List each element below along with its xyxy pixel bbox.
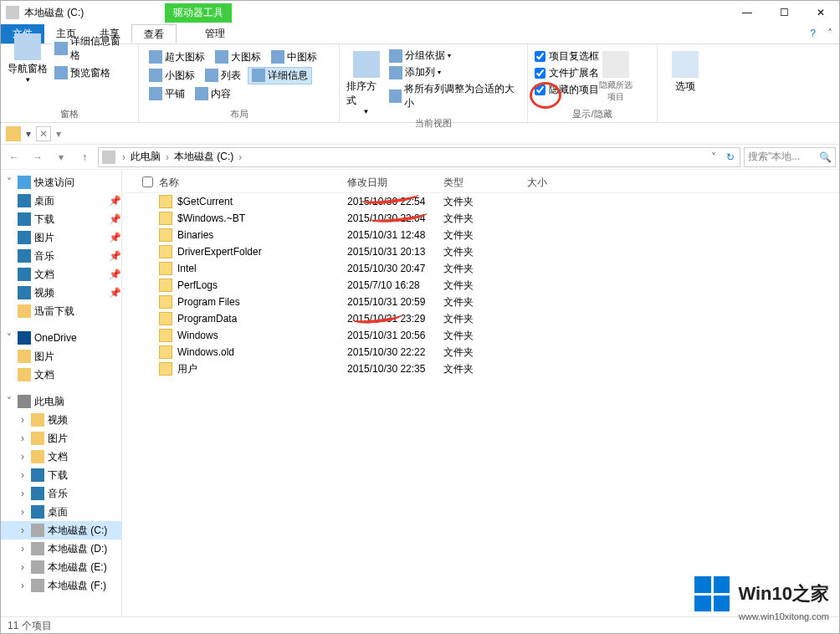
file-row[interactable]: Binaries2015/10/31 12:48文件夹 xyxy=(122,227,839,243)
file-row[interactable]: Program Files2015/10/31 20:59文件夹 xyxy=(122,294,839,310)
recent-button[interactable]: ▾ xyxy=(51,147,71,167)
tree-desktop[interactable]: 桌面📌 xyxy=(1,192,121,210)
file-name: $Windows.~BT xyxy=(177,212,347,224)
qat-dropdown-icon[interactable]: ▾ xyxy=(26,128,31,140)
tree-pc-downloads[interactable]: ›下载 xyxy=(1,466,121,484)
windows-logo-icon xyxy=(694,576,730,611)
breadcrumb[interactable]: › 此电脑 › 本地磁盘 (C:) › ˅ ↻ xyxy=(98,147,740,167)
nav-tree[interactable]: ˅快速访问 桌面📌 下载📌 图片📌 音乐📌 文档📌 视频📌 迅雷下载 ˅OneD… xyxy=(1,170,122,616)
file-date: 2015/10/31 20:59 xyxy=(347,296,443,308)
detail-pane-button[interactable]: 详细信息窗格 xyxy=(51,33,131,64)
layout-extra-large[interactable]: 超大图标 xyxy=(146,49,208,65)
file-date: 2015/10/30 22:54 xyxy=(347,196,443,207)
qat-overflow-icon[interactable]: ▾ xyxy=(56,128,61,140)
file-date: 2015/10/31 12:48 xyxy=(347,229,443,241)
file-row[interactable]: 用户2015/10/30 22:35文件夹 xyxy=(122,360,839,377)
tree-pc-docs[interactable]: ›文档 xyxy=(1,447,121,466)
file-date: 2015/10/31 20:56 xyxy=(347,330,443,341)
tree-drive-f[interactable]: ›本地磁盘 (F:) xyxy=(1,576,121,595)
tree-pictures[interactable]: 图片📌 xyxy=(1,228,121,247)
context-tab-drive-tools[interactable]: 驱动器工具 xyxy=(165,3,232,23)
hidden-items-toggle[interactable]: 隐藏的项目 xyxy=(535,81,599,98)
tree-quick-access[interactable]: 快速访问 xyxy=(34,176,74,190)
back-button[interactable]: ← xyxy=(4,147,24,167)
tree-od-pictures[interactable]: 图片 xyxy=(1,347,121,366)
layout-small[interactable]: 小图标 xyxy=(146,68,198,84)
close-button[interactable]: ✕ xyxy=(802,1,839,24)
file-type: 文件夹 xyxy=(443,245,527,259)
col-size[interactable]: 大小 xyxy=(527,176,594,190)
nav-pane-button[interactable]: 导航窗格▼ xyxy=(8,30,48,84)
folder-icon xyxy=(159,362,172,376)
folder-icon xyxy=(159,329,172,342)
folder-icon xyxy=(159,279,172,292)
sort-button[interactable]: 排序方式▼ xyxy=(346,48,386,115)
layout-large[interactable]: 大图标 xyxy=(212,49,264,65)
file-row[interactable]: $GetCurrent2015/10/30 22:54文件夹 xyxy=(122,193,839,210)
layout-list[interactable]: 列表 xyxy=(202,68,244,84)
file-row[interactable]: DriverExpertFolder2015/10/31 20:13文件夹 xyxy=(122,243,839,260)
layout-tiles[interactable]: 平铺 xyxy=(146,86,188,102)
up-button[interactable]: ↑ xyxy=(74,147,95,167)
close-icon[interactable]: ✕ xyxy=(36,126,51,141)
tab-view[interactable]: 查看 xyxy=(131,24,177,43)
file-date: 2015/10/30 22:35 xyxy=(347,363,443,375)
file-row[interactable]: $Windows.~BT2015/10/30 22:04文件夹 xyxy=(122,210,839,227)
autosize-columns-button[interactable]: 将所有列调整为合适的大小 xyxy=(386,81,520,111)
tree-xunlei[interactable]: 迅雷下载 xyxy=(1,302,121,320)
file-name: Windows.old xyxy=(177,346,347,358)
options-button[interactable]: 选项 xyxy=(664,48,706,94)
breadcrumb-thispc[interactable]: 此电脑 xyxy=(129,150,162,164)
refresh-button[interactable]: ↻ xyxy=(725,151,736,163)
column-headers[interactable]: 名称 修改日期 类型 大小 xyxy=(122,173,839,193)
tree-music[interactable]: 音乐📌 xyxy=(1,247,121,265)
minimize-button[interactable]: — xyxy=(729,1,766,24)
tree-pc-desktop[interactable]: ›桌面 xyxy=(1,503,121,521)
breadcrumb-drive[interactable]: 本地磁盘 (C:) xyxy=(172,150,235,164)
layout-details[interactable]: 详细信息 xyxy=(248,67,312,84)
file-type: 文件夹 xyxy=(443,329,527,343)
tree-downloads[interactable]: 下载📌 xyxy=(1,210,121,228)
file-name: Windows xyxy=(177,330,347,341)
tree-drive-e[interactable]: ›本地磁盘 (E:) xyxy=(1,558,121,576)
tree-thispc[interactable]: 此电脑 xyxy=(34,395,64,409)
help-button[interactable]: ? xyxy=(810,28,816,39)
tab-manage[interactable]: 管理 xyxy=(193,24,237,43)
folder-icon xyxy=(159,345,172,359)
breadcrumb-dropdown-icon[interactable]: ˅ xyxy=(709,151,718,163)
select-all-checkbox[interactable] xyxy=(142,176,153,187)
tree-onedrive[interactable]: OneDrive xyxy=(34,332,77,344)
hide-selected-button[interactable]: 隐藏所选项目 xyxy=(599,48,633,103)
collapse-ribbon-button[interactable]: ˄ xyxy=(827,28,832,39)
tree-videos[interactable]: 视频📌 xyxy=(1,284,121,302)
col-name[interactable]: 名称 xyxy=(159,176,347,190)
file-list[interactable]: 名称 修改日期 类型 大小 $GetCurrent2015/10/30 22:5… xyxy=(122,170,839,616)
tree-documents[interactable]: 文档📌 xyxy=(1,265,121,284)
layout-content[interactable]: 内容 xyxy=(192,86,234,102)
file-row[interactable]: Windows2015/10/31 20:56文件夹 xyxy=(122,327,839,344)
file-ext-toggle[interactable]: 文件扩展名 xyxy=(535,64,599,81)
tree-drive-d[interactable]: ›本地磁盘 (D:) xyxy=(1,539,121,558)
search-input[interactable]: 搜索"本地... 🔍 xyxy=(744,147,836,167)
status-count: 11 个项目 xyxy=(8,619,52,633)
file-row[interactable]: PerfLogs2015/7/10 16:28文件夹 xyxy=(122,277,839,294)
add-column-button[interactable]: 添加列▾ xyxy=(386,64,520,80)
group-by-button[interactable]: 分组依据▾ xyxy=(386,48,520,64)
preview-pane-button[interactable]: 预览窗格 xyxy=(51,65,131,81)
folder-icon xyxy=(159,295,172,309)
tree-pc-music[interactable]: ›音乐 xyxy=(1,484,121,503)
tree-pc-videos[interactable]: ›视频 xyxy=(1,411,121,429)
tree-pc-pictures[interactable]: ›图片 xyxy=(1,429,121,447)
file-row[interactable]: ProgramData2015/10/31 23:29文件夹 xyxy=(122,310,839,327)
tree-drive-c[interactable]: ›本地磁盘 (C:) xyxy=(1,521,121,539)
col-date[interactable]: 修改日期 xyxy=(347,176,443,190)
tree-od-documents[interactable]: 文档 xyxy=(1,366,121,384)
maximize-button[interactable]: ☐ xyxy=(766,1,802,24)
layout-medium[interactable]: 中图标 xyxy=(268,49,320,65)
window-title: 本地磁盘 (C:) xyxy=(24,6,84,20)
col-type[interactable]: 类型 xyxy=(443,176,527,190)
item-checkboxes-toggle[interactable]: 项目复选框 xyxy=(535,48,599,64)
titlebar: 本地磁盘 (C:) 驱动器工具 — ☐ ✕ xyxy=(1,1,839,24)
file-row[interactable]: Windows.old2015/10/30 22:22文件夹 xyxy=(122,344,839,360)
file-row[interactable]: Intel2015/10/30 20:47文件夹 xyxy=(122,260,839,277)
